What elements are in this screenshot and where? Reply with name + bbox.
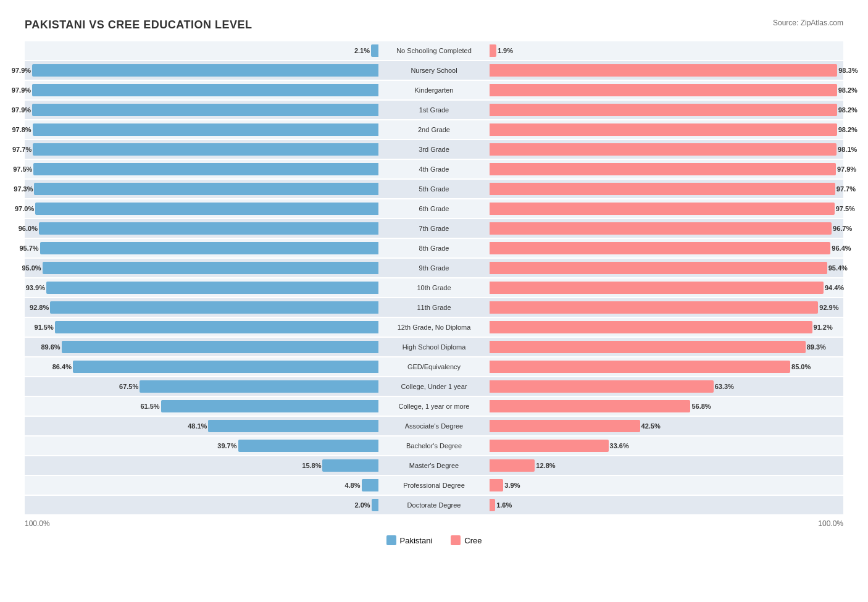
table-row: 95.7%8th Grade96.4% xyxy=(25,239,843,257)
table-row: 2.1%No Schooling Completed1.9% xyxy=(25,41,843,60)
list-item: 5th Grade xyxy=(378,185,490,193)
list-item: Master's Degree xyxy=(378,462,490,469)
table-row: 93.9%10th Grade94.4% xyxy=(25,278,843,297)
legend-cree-label: Cree xyxy=(464,536,482,545)
list-item: GED/Equivalency xyxy=(378,363,490,370)
chart-title: PAKISTANI VS CREE EDUCATION LEVEL xyxy=(25,19,252,31)
list-item: Doctorate Degree xyxy=(378,501,490,509)
table-row: 15.8%Master's Degree12.8% xyxy=(25,456,843,475)
list-item: No Schooling Completed xyxy=(378,47,490,54)
list-item: 9th Grade xyxy=(378,264,490,272)
list-item: 10th Grade xyxy=(378,284,490,291)
table-row: 92.8%11th Grade92.9% xyxy=(25,298,843,317)
list-item: Associate's Degree xyxy=(378,422,490,430)
table-row: 97.9%Kindergarten98.2% xyxy=(25,81,843,99)
table-row: 97.0%6th Grade97.5% xyxy=(25,199,843,218)
legend-pakistani-box xyxy=(386,535,396,545)
table-row: 97.8%2nd Grade98.2% xyxy=(25,120,843,139)
table-row: 48.1%Associate's Degree42.5% xyxy=(25,417,843,435)
list-item: College, 1 year or more xyxy=(378,403,490,410)
list-item: 6th Grade xyxy=(378,205,490,212)
list-item: 8th Grade xyxy=(378,245,490,252)
chart-source: Source: ZipAtlas.com xyxy=(773,19,843,27)
table-row: 97.3%5th Grade97.7% xyxy=(25,180,843,198)
axis-labels: 100.0% 100.0% xyxy=(25,519,843,528)
table-row: 96.0%7th Grade96.7% xyxy=(25,219,843,238)
axis-right-label: 100.0% xyxy=(818,519,843,528)
list-item: 1st Grade xyxy=(378,106,490,114)
list-item: Professional Degree xyxy=(378,482,490,489)
legend-cree-box xyxy=(451,535,461,545)
table-row: 97.7%3rd Grade98.1% xyxy=(25,140,843,159)
legend-pakistani: Pakistani xyxy=(386,535,433,545)
table-row: 67.5%College, Under 1 year63.3% xyxy=(25,377,843,396)
list-item: 11th Grade xyxy=(378,304,490,311)
chart-header: PAKISTANI VS CREE EDUCATION LEVEL Source… xyxy=(25,19,843,31)
list-item: Nursery School xyxy=(378,67,490,74)
chart-container: PAKISTANI VS CREE EDUCATION LEVEL Source… xyxy=(12,12,856,558)
legend-cree: Cree xyxy=(451,535,482,545)
list-item: High School Diploma xyxy=(378,343,490,351)
axis-left-label: 100.0% xyxy=(25,519,50,528)
list-item: 7th Grade xyxy=(378,225,490,232)
table-row: 97.9%1st Grade98.2% xyxy=(25,101,843,119)
table-row: 39.7%Bachelor's Degree33.6% xyxy=(25,437,843,455)
chart-legend: Pakistani Cree xyxy=(25,535,843,545)
table-row: 95.0%9th Grade95.4% xyxy=(25,259,843,277)
table-row: 86.4%GED/Equivalency85.0% xyxy=(25,357,843,376)
table-row: 89.6%High School Diploma89.3% xyxy=(25,338,843,356)
table-row: 4.8%Professional Degree3.9% xyxy=(25,476,843,495)
table-row: 97.5%4th Grade97.9% xyxy=(25,160,843,178)
list-item: Bachelor's Degree xyxy=(378,442,490,449)
list-item: 12th Grade, No Diploma xyxy=(378,324,490,331)
bar-chart: 2.1%No Schooling Completed1.9%97.9%Nurse… xyxy=(25,41,843,514)
table-row: 2.0%Doctorate Degree1.6% xyxy=(25,496,843,514)
list-item: 2nd Grade xyxy=(378,126,490,133)
legend-pakistani-label: Pakistani xyxy=(400,536,433,545)
list-item: 3rd Grade xyxy=(378,146,490,153)
table-row: 91.5%12th Grade, No Diploma91.2% xyxy=(25,318,843,337)
table-row: 97.9%Nursery School98.3% xyxy=(25,61,843,80)
list-item: College, Under 1 year xyxy=(378,383,490,390)
list-item: Kindergarten xyxy=(378,86,490,94)
table-row: 61.5%College, 1 year or more56.8% xyxy=(25,397,843,416)
list-item: 4th Grade xyxy=(378,165,490,173)
